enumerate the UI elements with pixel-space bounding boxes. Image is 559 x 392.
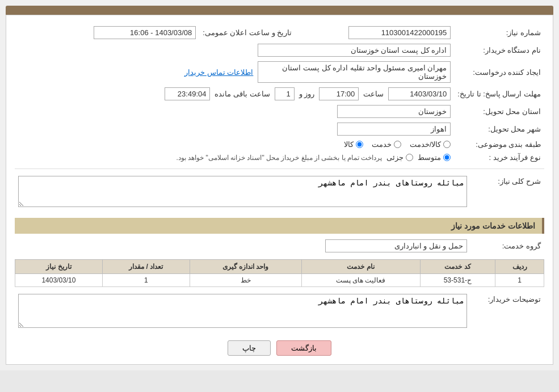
announce-value: 1403/03/08 - 16:06 [94, 26, 196, 39]
response-time-label: ساعت [363, 90, 384, 98]
province-value: خوزستان [337, 105, 451, 118]
cell-service_code: ح-531-53 [420, 274, 495, 287]
city-value: اهواز [337, 123, 451, 136]
category-radio-kala[interactable] [356, 141, 363, 148]
col-header-unit: واحد اندازه گیری [190, 260, 301, 274]
announce-label: تاریخ و ساعت اعلان عمومی: [199, 24, 295, 41]
category-label: طبقه بندی موضوعی: [454, 138, 544, 151]
creator-value: مهران امیری مسئول واحد تقلیه اداره کل پس… [258, 61, 451, 83]
need-number-value: 1103001422000195 [348, 26, 451, 39]
category-radio-kala-khedmat[interactable] [443, 141, 451, 148]
process-radio-jozyi[interactable] [406, 154, 413, 161]
table-row: 1ح-531-53فعالیت های پستخط11403/03/10 [15, 274, 544, 287]
category-label-kala-khedmat: کالا/خدمت [410, 140, 442, 149]
back-button[interactable]: بازگشت [276, 340, 331, 356]
need-desc-textarea[interactable] [18, 176, 467, 207]
response-day-label: روز و [299, 90, 315, 98]
process-label-motavasset: متوسط [418, 153, 441, 162]
col-header-code: کد خدمت [420, 260, 495, 274]
category-label-kala: کالا [344, 140, 354, 149]
cell-date: 1403/03/10 [15, 274, 103, 287]
process-label: نوع فرآیند خرید : [454, 151, 544, 164]
process-note: پرداخت تمام یا بخشی از مبلغ خریداز محل "… [176, 154, 382, 162]
service-group-label: گروه خدمت: [470, 237, 544, 255]
process-option-jozyi[interactable]: جزئی [386, 153, 413, 162]
org-name-value: اداره کل پست استان خوزستان [258, 44, 451, 57]
category-option-kala[interactable]: کالا [344, 140, 363, 149]
category-radio-khedmat[interactable] [394, 141, 401, 148]
response-deadline-label: مهلت ارسال پاسخ: تا تاریخ: [454, 85, 544, 103]
category-option-khedmat[interactable]: خدمت [372, 140, 401, 149]
response-remaining-label: ساعت باقی مانده [215, 90, 270, 98]
city-label: شهر محل تحویل: [454, 120, 544, 138]
print-button[interactable]: چاپ [228, 340, 271, 356]
col-header-qty: تعداد / مقدار [102, 260, 190, 274]
col-header-date: تاریخ نیاز [15, 260, 103, 274]
cell-service_name: فعالیت های پست [301, 274, 420, 287]
buyer-desc-label: توضیحات خریدار: [470, 292, 544, 332]
creator-link[interactable]: اطلاعات تماس خریدار [184, 68, 253, 77]
org-name-label: نام دستگاه خریدار: [454, 41, 544, 59]
creator-label: ایجاد کننده درخواست: [454, 59, 544, 85]
services-header: اطلاعات خدمات مورد نیاز [15, 218, 544, 234]
cell-row_num: 1 [495, 274, 544, 287]
process-option-motavasset[interactable]: متوسط [418, 153, 451, 162]
category-label-khedmat: خدمت [372, 140, 392, 149]
col-header-name: نام خدمت [301, 260, 420, 274]
response-date: 1403/03/10 [388, 87, 451, 100]
cell-quantity: 1 [102, 274, 190, 287]
cell-unit: خط [190, 274, 301, 287]
category-option-kala-khedmat[interactable]: کالا/خدمت [410, 140, 451, 149]
col-header-rownum: ردیف [495, 260, 544, 274]
response-days: 1 [275, 87, 295, 100]
services-table: ردیف کد خدمت نام خدمت واحد اندازه گیری ت… [15, 259, 544, 287]
process-label-jozyi: جزئی [386, 153, 404, 162]
service-group-value: حمل و نقل و انبارداری [325, 239, 467, 252]
buyer-desc-textarea[interactable] [18, 294, 467, 328]
need-desc-label: شرح کلی نیاز: [470, 174, 544, 212]
process-radio-motavasset[interactable] [443, 154, 451, 161]
need-number-label: شماره نیاز: [454, 24, 544, 41]
page-title [6, 6, 553, 15]
button-row: بازگشت چاپ [15, 340, 544, 356]
province-label: استان محل تحویل: [454, 103, 544, 120]
response-remaining: 23:49:04 [165, 87, 210, 100]
response-time: 17:00 [319, 87, 359, 100]
